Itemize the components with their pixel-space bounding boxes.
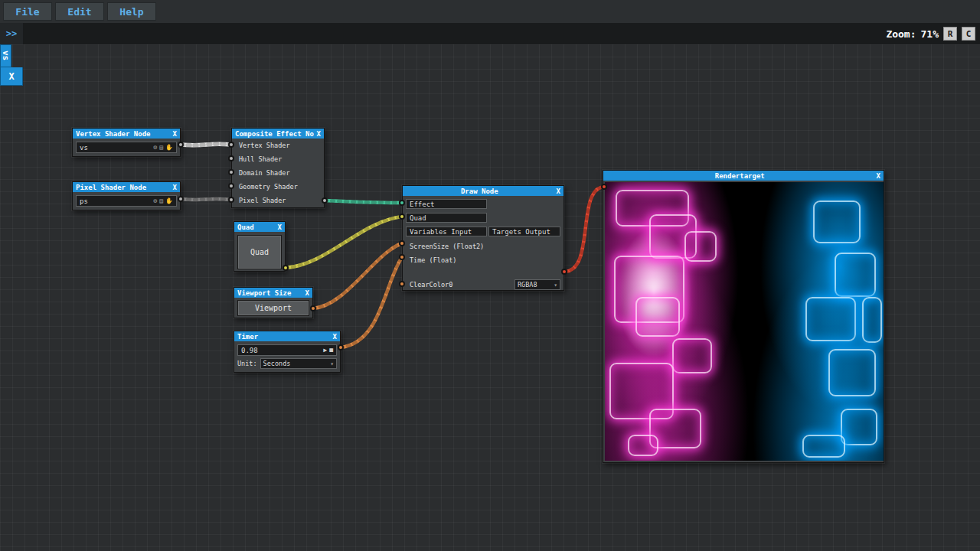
side-tab: vs X bbox=[0, 44, 23, 86]
port-composite-output[interactable] bbox=[322, 197, 328, 204]
node-title: Rendertarget bbox=[606, 172, 874, 180]
targets-output-header[interactable]: Targets Output bbox=[488, 227, 560, 236]
port-draw-effect-input[interactable] bbox=[399, 200, 405, 206]
viewport-button[interactable]: Viewport bbox=[237, 300, 309, 316]
node-vertex-shader[interactable]: Vertex Shader Node X vs ⚙ ▤ ✋ bbox=[72, 128, 181, 157]
close-icon[interactable]: X bbox=[330, 333, 337, 341]
top-strip: >> Zoom: 71% R C bbox=[0, 23, 980, 44]
quad-button[interactable]: Quad bbox=[237, 235, 282, 269]
file-icon[interactable]: ▤ bbox=[159, 144, 163, 151]
port-draw-clearcolor-input[interactable] bbox=[399, 281, 405, 287]
gear-icon[interactable]: ⚙ bbox=[153, 197, 157, 204]
gear-icon[interactable]: ⚙ bbox=[153, 144, 157, 151]
variables-input-header[interactable]: Variables Input bbox=[406, 227, 487, 236]
node-title: Draw Node bbox=[406, 187, 554, 195]
pixel-shader-name-value: ps bbox=[80, 197, 88, 205]
close-icon[interactable]: X bbox=[170, 184, 177, 191]
vertex-shader-name-field[interactable]: vs ⚙ ▤ ✋ bbox=[76, 142, 177, 153]
port-composite-pixel-input[interactable] bbox=[228, 197, 234, 203]
close-icon[interactable]: X bbox=[554, 187, 560, 195]
clearcolor-label: ClearColor0 bbox=[410, 281, 452, 289]
port-quad-output[interactable] bbox=[283, 265, 289, 271]
wire-draw-to-rendertarget bbox=[564, 187, 604, 272]
close-icon[interactable]: X bbox=[275, 223, 282, 231]
wire-pixel-to-composite bbox=[181, 199, 231, 200]
unit-label: Unit: bbox=[237, 360, 257, 367]
file-icon[interactable]: ▤ bbox=[159, 197, 163, 204]
zoom-value: 71% bbox=[921, 28, 939, 40]
close-icon[interactable]: X bbox=[170, 130, 177, 138]
timer-title-bar[interactable]: Timer X bbox=[234, 331, 340, 341]
composite-title-bar[interactable]: Composite Effect Node X bbox=[232, 129, 324, 139]
zoom-label: Zoom: bbox=[886, 28, 916, 40]
port-pixel-output[interactable] bbox=[178, 196, 184, 202]
wire-vertex-to-composite bbox=[181, 144, 231, 145]
format-dropdown[interactable]: RGBA8 ▾ bbox=[514, 279, 560, 290]
quad-title-bar[interactable]: Quad X bbox=[234, 222, 285, 232]
node-viewport-size[interactable]: Viewport Size X Viewport bbox=[234, 287, 313, 318]
node-draw[interactable]: Draw Node X Effect Quad Variables Input … bbox=[402, 185, 564, 291]
node-title: Quad bbox=[237, 223, 275, 231]
node-pixel-shader[interactable]: Pixel Shader Node X ps ⚙ ▤ ✋ bbox=[72, 181, 181, 210]
node-timer[interactable]: Timer X 0.98 ▶ ■ Unit: Seconds ▾ bbox=[234, 331, 341, 373]
node-canvas[interactable]: vs X bbox=[0, 44, 980, 551]
hand-icon[interactable]: ✋ bbox=[165, 144, 173, 151]
port-composite-hull-input[interactable] bbox=[228, 155, 234, 161]
rendertarget-preview bbox=[605, 182, 884, 461]
port-draw-output[interactable] bbox=[561, 269, 567, 275]
port-composite-vertex-input[interactable] bbox=[228, 142, 234, 148]
rendertarget-title-bar[interactable]: Rendertarget X bbox=[603, 171, 884, 181]
port-draw-screensize-input[interactable] bbox=[399, 240, 405, 246]
play-icon[interactable]: ▶ bbox=[323, 347, 327, 354]
menu-edit[interactable]: Edit bbox=[55, 2, 104, 21]
wire-viewport-to-draw-screensize bbox=[313, 243, 402, 308]
close-icon[interactable]: X bbox=[314, 130, 321, 138]
input-geometry-shader: Geometry Shader bbox=[232, 180, 324, 194]
time-input-row: Time (Float) bbox=[406, 253, 560, 267]
stop-icon[interactable]: ■ bbox=[329, 347, 333, 354]
pixel-shader-name-field[interactable]: ps ⚙ ▤ ✋ bbox=[76, 195, 177, 207]
viewport-title-bar[interactable]: Viewport Size X bbox=[234, 288, 312, 298]
port-timer-output[interactable] bbox=[338, 344, 344, 350]
port-composite-domain-input[interactable] bbox=[228, 169, 234, 175]
reset-view-button[interactable]: R bbox=[943, 27, 957, 41]
close-icon[interactable]: X bbox=[302, 289, 309, 297]
menu-file[interactable]: File bbox=[3, 2, 52, 21]
hand-icon[interactable]: ✋ bbox=[165, 197, 173, 204]
node-composite-effect[interactable]: Composite Effect Node X Vertex Shader Hu… bbox=[231, 128, 325, 208]
port-viewport-output[interactable] bbox=[310, 305, 316, 311]
effect-input-field[interactable]: Effect bbox=[406, 199, 487, 209]
vertex-shader-name-value: vs bbox=[80, 144, 88, 152]
collapse-panel-button[interactable]: >> bbox=[0, 23, 23, 44]
wire-quad-to-draw-quad bbox=[286, 217, 402, 268]
port-composite-geometry-input[interactable] bbox=[228, 183, 234, 189]
node-title: Vertex Shader Node bbox=[76, 130, 170, 138]
port-rendertarget-input[interactable] bbox=[601, 184, 607, 190]
wire-timer-to-draw-time bbox=[341, 257, 402, 347]
node-rendertarget[interactable]: Rendertarget X bbox=[603, 170, 884, 463]
node-title: Timer bbox=[237, 333, 330, 341]
input-vertex-shader: Vertex Shader bbox=[232, 139, 324, 152]
node-title: Viewport Size bbox=[237, 289, 302, 297]
port-vertex-output[interactable] bbox=[178, 142, 184, 148]
timer-value: 0.98 bbox=[241, 347, 258, 354]
side-tab-vs[interactable]: vs bbox=[0, 44, 11, 67]
menu-help[interactable]: Help bbox=[107, 2, 156, 21]
draw-title-bar[interactable]: Draw Node X bbox=[403, 186, 564, 196]
close-icon[interactable]: X bbox=[874, 172, 880, 180]
pixel-shader-title-bar[interactable]: Pixel Shader Node X bbox=[73, 182, 180, 192]
format-value: RGBA8 bbox=[518, 281, 537, 289]
timer-value-field[interactable]: 0.98 ▶ ■ bbox=[237, 344, 337, 356]
node-quad[interactable]: Quad X Quad bbox=[234, 221, 286, 272]
unit-dropdown[interactable]: Seconds ▾ bbox=[260, 358, 337, 369]
screensize-input-row: ScreenSize (Float2) bbox=[406, 240, 560, 253]
quad-input-field[interactable]: Quad bbox=[406, 213, 487, 223]
wire-composite-to-draw-effect bbox=[325, 201, 402, 203]
node-title: Pixel Shader Node bbox=[76, 184, 170, 191]
side-tab-close[interactable]: X bbox=[0, 67, 23, 86]
port-draw-time-input[interactable] bbox=[399, 254, 405, 260]
port-draw-quad-input[interactable] bbox=[399, 214, 405, 220]
center-view-button[interactable]: C bbox=[962, 27, 975, 41]
vertex-shader-title-bar[interactable]: Vertex Shader Node X bbox=[73, 129, 180, 139]
node-title: Composite Effect Node bbox=[235, 130, 314, 138]
